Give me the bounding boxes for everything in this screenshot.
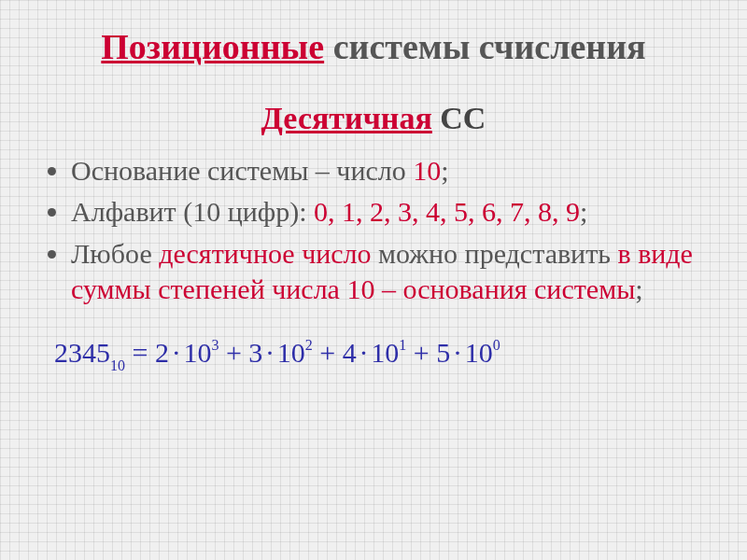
formula: 234510 = 2·103 + 3·102 + 4·101 + 5·100: [45, 339, 702, 371]
formula-plus: +: [406, 337, 436, 368]
title-rest: системы счисления: [324, 27, 646, 66]
subtitle-rest: СС: [432, 101, 486, 135]
text-segment: Алфавит (: [71, 196, 192, 227]
text-segment: можно представить: [372, 238, 618, 269]
text-segment: ;: [635, 273, 642, 304]
formula-plus: +: [218, 337, 248, 368]
slide-subtitle: Десятичная СС: [45, 101, 702, 136]
formula-term: 2·103: [155, 337, 219, 368]
formula-lhs-base: 10: [110, 357, 125, 373]
bullet-item: Любое десятичное число можно представить…: [71, 236, 702, 308]
formula-lhs-number: 2345: [54, 337, 110, 368]
bullet-item: Алфавит (10 цифр): 0, 1, 2, 3, 4, 5, 6, …: [71, 194, 702, 230]
text-segment: Основание системы – число: [71, 155, 413, 186]
text-segment: ):: [289, 196, 314, 227]
text-highlight: 10: [413, 155, 441, 186]
formula-term: 3·102: [248, 337, 313, 368]
slide-title: Позиционные системы счисления: [45, 28, 702, 67]
title-keyword: Позиционные: [101, 27, 324, 66]
bullet-item: Основание системы – число 10;: [71, 153, 702, 189]
text-segment: 10 цифр: [192, 196, 289, 227]
text-segment: ;: [441, 155, 448, 186]
bullet-list: Основание системы – число 10; Алфавит (1…: [71, 153, 702, 308]
formula-eq: =: [125, 337, 155, 368]
text-segment: ;: [580, 196, 587, 227]
text-highlight: десятичное число: [159, 238, 371, 269]
formula-plus: +: [313, 337, 343, 368]
subtitle-keyword: Десятичная: [261, 101, 432, 135]
text-segment: Любое: [71, 238, 159, 269]
text-highlight: 0, 1, 2, 3, 4, 5, 6, 7, 8, 9: [314, 196, 580, 227]
formula-term: 4·101: [343, 337, 407, 368]
formula-term: 5·100: [436, 337, 500, 368]
